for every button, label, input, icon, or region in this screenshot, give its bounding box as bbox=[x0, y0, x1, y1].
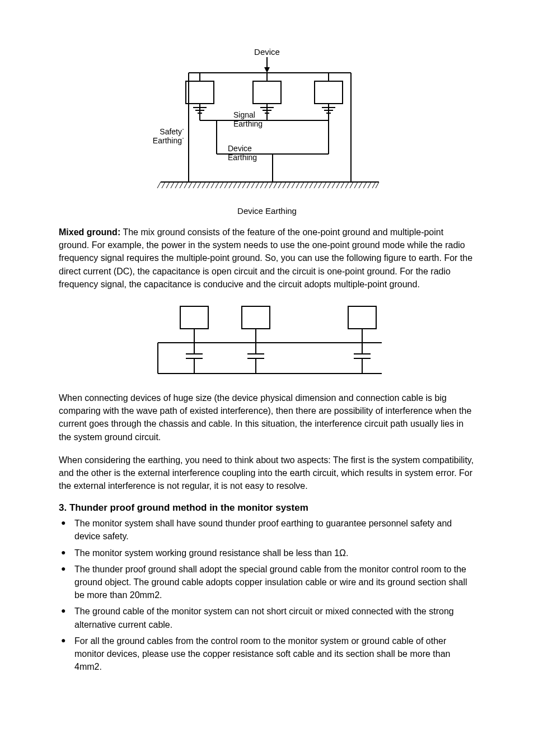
list-item: The thunder proof ground shall adopt the… bbox=[59, 563, 475, 602]
svg-line-47 bbox=[229, 182, 232, 188]
label-safety-earthing-1: Safety bbox=[160, 127, 182, 136]
list-item: The monitor system working ground resist… bbox=[59, 547, 475, 559]
svg-line-63 bbox=[301, 182, 304, 188]
svg-line-51 bbox=[247, 182, 250, 188]
label-signal-earthing-1: Signal bbox=[233, 110, 255, 119]
list-item: For all the ground cables from the contr… bbox=[59, 634, 475, 674]
lead-mixed-ground: Mixed ground: bbox=[59, 227, 120, 237]
svg-line-79 bbox=[372, 182, 376, 188]
label-signal-earthing-2: Earthing bbox=[233, 119, 263, 128]
svg-line-37 bbox=[184, 182, 188, 188]
svg-rect-83 bbox=[348, 306, 376, 329]
section3-bullets: The monitor system shall have sound thun… bbox=[59, 517, 475, 673]
svg-line-74 bbox=[350, 182, 353, 188]
svg-line-72 bbox=[341, 182, 344, 188]
section3-title: 3. Thunder proof ground method in the mo… bbox=[59, 502, 475, 514]
svg-line-73 bbox=[345, 182, 349, 188]
svg-line-75 bbox=[354, 182, 358, 188]
svg-line-71 bbox=[336, 182, 340, 188]
svg-line-67 bbox=[318, 182, 322, 188]
svg-line-32 bbox=[162, 182, 165, 188]
svg-line-77 bbox=[363, 182, 367, 188]
svg-line-76 bbox=[359, 182, 362, 188]
svg-line-46 bbox=[224, 182, 228, 188]
svg-line-64 bbox=[305, 182, 308, 188]
svg-rect-8 bbox=[315, 81, 343, 104]
svg-line-36 bbox=[180, 182, 183, 188]
svg-rect-7 bbox=[253, 81, 281, 104]
list-item: The monitor system shall have sound thun… bbox=[59, 517, 475, 543]
svg-line-31 bbox=[157, 182, 161, 188]
svg-line-49 bbox=[238, 182, 241, 188]
svg-rect-82 bbox=[242, 306, 270, 329]
svg-line-62 bbox=[296, 182, 299, 188]
svg-line-42 bbox=[207, 182, 210, 188]
svg-line-33 bbox=[166, 182, 170, 188]
svg-line-35 bbox=[175, 182, 179, 188]
svg-line-68 bbox=[323, 182, 326, 188]
svg-line-61 bbox=[292, 182, 295, 188]
figure-device-earthing: Device bbox=[59, 45, 475, 216]
svg-rect-81 bbox=[180, 306, 208, 329]
svg-line-34 bbox=[171, 182, 174, 188]
svg-line-41 bbox=[202, 182, 205, 188]
svg-line-43 bbox=[211, 182, 214, 188]
svg-line-65 bbox=[310, 182, 313, 188]
list-item: The ground cable of the monitor system c… bbox=[59, 605, 475, 631]
svg-line-53 bbox=[256, 182, 259, 188]
svg-line-48 bbox=[233, 182, 237, 188]
label-device-earthing-1: Device bbox=[228, 144, 252, 153]
svg-line-57 bbox=[274, 182, 277, 188]
svg-line-44 bbox=[216, 182, 219, 188]
label-device: Device bbox=[254, 47, 280, 57]
label-safety-earthing-2: Earthing bbox=[153, 136, 182, 145]
svg-line-66 bbox=[314, 182, 317, 188]
svg-line-78 bbox=[368, 182, 371, 188]
ground-hatching bbox=[157, 182, 379, 188]
svg-marker-1 bbox=[264, 67, 270, 73]
svg-line-80 bbox=[376, 182, 379, 188]
svg-line-40 bbox=[198, 182, 201, 188]
svg-line-69 bbox=[327, 182, 331, 188]
svg-rect-6 bbox=[186, 81, 214, 104]
svg-line-39 bbox=[193, 182, 196, 188]
svg-line-38 bbox=[189, 182, 192, 188]
svg-line-56 bbox=[269, 182, 273, 188]
svg-line-45 bbox=[220, 182, 223, 188]
svg-line-52 bbox=[251, 182, 255, 188]
figure1-caption: Device Earthing bbox=[59, 206, 475, 216]
paragraph-mixed-ground: Mixed ground: The mix ground consists of… bbox=[59, 226, 475, 291]
paragraph-two-aspects: When considering the earthing, you need … bbox=[59, 454, 475, 493]
svg-line-70 bbox=[332, 182, 335, 188]
svg-line-60 bbox=[287, 182, 291, 188]
mixed-ground-svg bbox=[147, 301, 387, 379]
device-earthing-svg: Device bbox=[127, 45, 407, 202]
svg-line-54 bbox=[260, 182, 264, 188]
para1-body: The mix ground consists of the feature o… bbox=[59, 227, 472, 289]
svg-line-55 bbox=[265, 182, 268, 188]
figure-mixed-ground bbox=[59, 301, 475, 381]
svg-line-50 bbox=[242, 182, 246, 188]
svg-line-59 bbox=[283, 182, 286, 188]
paragraph-huge-devices: When connecting devices of huge size (th… bbox=[59, 391, 475, 444]
document-page: Device bbox=[0, 0, 534, 756]
label-device-earthing-2: Earthing bbox=[228, 153, 257, 162]
svg-line-58 bbox=[278, 182, 282, 188]
